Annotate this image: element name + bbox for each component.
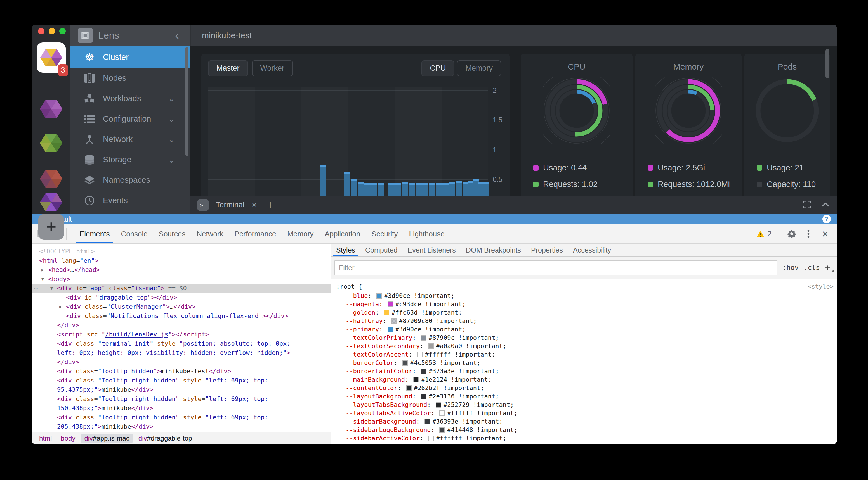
styles-tab-dom-breakpoints[interactable]: DOM Breakpoints: [461, 244, 526, 256]
devtools-tab-application[interactable]: Application: [319, 225, 366, 243]
css-variable[interactable]: --borderFaintColor: #373a3e !important;: [331, 367, 837, 376]
devtools-tab-memory[interactable]: Memory: [282, 225, 319, 243]
css-variable[interactable]: --golden: #ffc63d !important;: [331, 308, 837, 317]
dom-tree-line[interactable]: ▼<body>: [32, 274, 331, 283]
color-swatch[interactable]: [436, 402, 441, 408]
devtools-menu-icon[interactable]: [801, 227, 816, 241]
breadcrumb-item[interactable]: html: [36, 434, 55, 443]
add-cluster-button[interactable]: +: [38, 214, 64, 240]
styles-tab-accessibility[interactable]: Accessibility: [568, 244, 616, 256]
breadcrumb-item[interactable]: body: [57, 434, 79, 443]
chevron-down-icon[interactable]: ⌄: [168, 94, 175, 103]
css-variable[interactable]: --contentColor: #262b2f !important;: [331, 384, 837, 392]
color-swatch[interactable]: [428, 343, 434, 349]
dom-tree-line[interactable]: </div>: [32, 320, 331, 330]
color-swatch[interactable]: [388, 302, 393, 307]
terminal-add-icon[interactable]: +: [267, 199, 274, 211]
dom-tree-line[interactable]: 95.4375px;">minikube</div>: [32, 385, 331, 394]
dom-tree-line[interactable]: <div class="Tooltip right hidden" style=…: [32, 394, 331, 404]
style-origin[interactable]: <style>: [808, 283, 834, 290]
styles-tab-properties[interactable]: Properties: [526, 244, 568, 256]
expand-arrow-closed-icon[interactable]: ▶: [59, 302, 62, 311]
css-variable[interactable]: --borderColor: #4c5053 !important;: [331, 359, 837, 367]
dom-tree-line[interactable]: <div class="Tooltip right hidden" style=…: [32, 376, 331, 385]
dashboard-scrollbar[interactable]: [826, 49, 829, 78]
css-variable[interactable]: --layoutTabsActiveColor: #ffffff !import…: [331, 409, 837, 417]
dom-tree-line[interactable]: ▶<div class="ClusterManager">…</div>: [32, 302, 331, 311]
sidebar-item-cluster[interactable]: ☸Cluster: [70, 46, 190, 68]
color-swatch[interactable]: [384, 310, 389, 315]
new-style-rule-button[interactable]: +: [825, 262, 834, 273]
styles-tab-computed[interactable]: Computed: [360, 244, 402, 256]
workspace-cluster[interactable]: [40, 134, 62, 152]
color-swatch[interactable]: [428, 436, 434, 441]
css-variable[interactable]: --halfGray: #87909c80 !important;: [331, 317, 837, 325]
dom-tree-line[interactable]: <script src="/build/LensDev.js"></script…: [32, 330, 331, 339]
tab-cpu-button[interactable]: CPU: [422, 60, 454, 76]
toggle-element-state-button[interactable]: :hov: [782, 264, 799, 272]
expand-arrow-open-icon[interactable]: ▼: [50, 284, 53, 293]
css-variable[interactable]: --layoutBackground: #2e3136 !important;: [331, 392, 837, 401]
dom-tree-line[interactable]: ⋯▼<div id="app" class="is-mac"> == $0: [32, 283, 331, 293]
devtools-tab-performance[interactable]: Performance: [229, 225, 282, 243]
color-swatch[interactable]: [425, 419, 430, 424]
chevron-down-icon[interactable]: ⌄: [168, 134, 175, 144]
css-variable[interactable]: --sidebarLogoBackground: #414448 !import…: [331, 426, 837, 434]
dom-tree-line[interactable]: <div class="terminal-init" style="positi…: [32, 339, 331, 348]
dom-tree-line[interactable]: <html lang="en">: [32, 256, 331, 265]
dom-tree-line[interactable]: </div>: [32, 357, 331, 367]
dom-tree-line[interactable]: 150.438px;">minikube</div>: [32, 404, 331, 413]
color-swatch[interactable]: [402, 360, 408, 366]
sidebar-collapse-button[interactable]: ‹: [175, 30, 183, 41]
terminal-fullscreen-icon[interactable]: [803, 200, 811, 210]
color-swatch[interactable]: [376, 293, 382, 299]
minimize-window-button[interactable]: [49, 28, 55, 34]
tab-master-button[interactable]: Master: [208, 60, 248, 76]
dom-tree-line[interactable]: 205.438px;">minikube</div>: [32, 422, 331, 431]
dom-tree-line[interactable]: <!DOCTYPE html>: [32, 247, 331, 256]
workspace-cluster[interactable]: [40, 170, 62, 188]
dom-tree[interactable]: <!DOCTYPE html><html lang="en">▶<head>…<…: [32, 244, 331, 432]
css-variable[interactable]: --magenta: #c93dce !important;: [331, 300, 837, 308]
dom-tree-line[interactable]: <div class="Tooltip right hidden" style=…: [32, 413, 331, 422]
tab-worker-button[interactable]: Worker: [252, 60, 293, 76]
css-variable[interactable]: --blue: #3d90ce !important;: [331, 292, 837, 300]
workspace-cluster-active[interactable]: 3: [37, 42, 66, 73]
sidebar-scrollbar[interactable]: [185, 47, 188, 156]
workspace-cluster[interactable]: [40, 193, 62, 211]
sidebar-item-namespaces[interactable]: Namespaces: [70, 170, 190, 190]
dom-tree-line[interactable]: ▶<head>…</head>: [32, 265, 331, 274]
color-swatch[interactable]: [421, 394, 427, 399]
color-swatch[interactable]: [417, 352, 423, 357]
terminal-collapse-icon[interactable]: [821, 202, 830, 208]
tab-memory-button[interactable]: Memory: [457, 60, 501, 76]
expand-arrow-open-icon[interactable]: ▼: [41, 275, 44, 284]
dom-tree-line[interactable]: <div class="Tooltip hidden">minikube-tes…: [32, 367, 331, 376]
sidebar-item-nodes[interactable]: Nodes: [70, 68, 190, 88]
css-variable[interactable]: --layoutTabsBackground: #252729 !importa…: [331, 401, 837, 409]
terminal-close-icon[interactable]: ×: [252, 200, 257, 210]
color-swatch[interactable]: [413, 377, 419, 382]
css-variable[interactable]: --textColorSecondary: #a0a0a0 !important…: [331, 342, 837, 350]
devtools-tab-lighthouse[interactable]: Lighthouse: [403, 225, 450, 243]
chevron-down-icon[interactable]: ⌄: [168, 114, 175, 124]
expand-arrow-closed-icon[interactable]: ▶: [41, 266, 44, 275]
breadcrumb-item[interactable]: div#app.is-mac: [81, 434, 132, 443]
console-warnings-badge[interactable]: 2: [756, 230, 774, 238]
styles-tab-event-listeners[interactable]: Event Listeners: [402, 244, 461, 256]
color-swatch[interactable]: [421, 335, 427, 341]
devtools-tab-elements[interactable]: Elements: [74, 225, 115, 243]
devtools-settings-icon[interactable]: [784, 227, 799, 241]
devtools-tab-console[interactable]: Console: [115, 225, 153, 243]
zoom-window-button[interactable]: [59, 28, 66, 34]
styles-rules[interactable]: <style> :root { --blue: #3d90ce !importa…: [331, 279, 837, 444]
color-swatch[interactable]: [388, 327, 393, 332]
css-variable[interactable]: --sidebarBackground: #36393e !important;: [331, 417, 837, 426]
sidebar-item-configuration[interactable]: Configuration⌄: [70, 109, 190, 129]
dom-tree-line[interactable]: <div id="draggable-top"></div>: [32, 293, 331, 302]
devtools-tab-network[interactable]: Network: [191, 225, 229, 243]
terminal-tab-label[interactable]: Terminal: [216, 201, 244, 209]
styles-filter-input[interactable]: [335, 260, 777, 275]
css-variable[interactable]: --sidebarActiveColor: #ffffff !important…: [331, 434, 837, 443]
dom-tree-line[interactable]: <div class="Notifications flex column al…: [32, 311, 331, 320]
